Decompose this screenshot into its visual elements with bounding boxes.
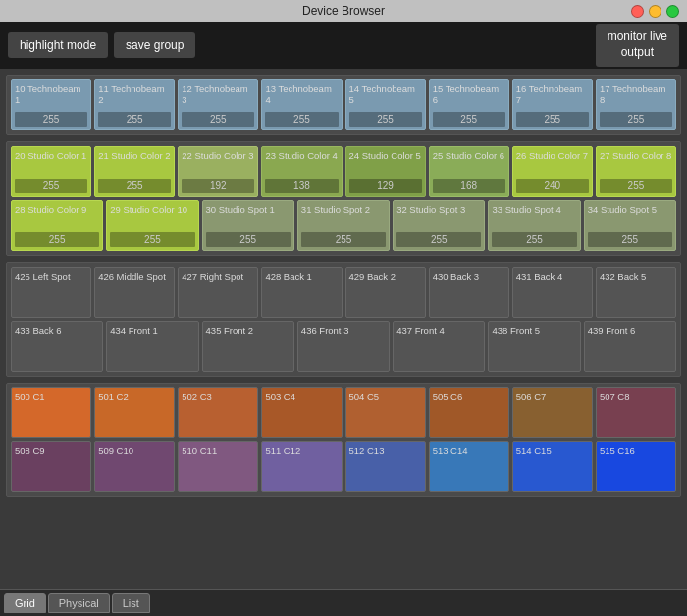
list-item[interactable]: 505 C6: [429, 387, 509, 438]
back-front-section: 425 Left Spot 426 Middle Spot 427 Right …: [6, 262, 681, 377]
list-item[interactable]: 508 C9: [11, 441, 91, 492]
close-button[interactable]: [631, 5, 644, 18]
list-item[interactable]: 437 Front 4: [393, 321, 485, 372]
list-item[interactable]: 428 Back 1: [261, 267, 342, 318]
list-item[interactable]: 29 Studio Color 10 255: [106, 200, 198, 251]
list-item[interactable]: 439 Front 6: [584, 321, 676, 372]
list-item[interactable]: 438 Front 5: [488, 321, 580, 372]
list-item[interactable]: 432 Back 5: [596, 267, 676, 318]
list-item[interactable]: 513 C14: [429, 441, 509, 492]
list-item[interactable]: 15 Technobeam 6 255: [429, 79, 509, 130]
list-item[interactable]: 27 Studio Color 8 255: [596, 146, 676, 197]
list-item[interactable]: 510 C11: [178, 441, 258, 492]
list-item[interactable]: 429 Back 2: [345, 267, 426, 318]
list-item[interactable]: 21 Studio Color 2 255: [94, 146, 175, 197]
list-item[interactable]: 514 C15: [512, 441, 593, 492]
list-item[interactable]: 506 C7: [512, 387, 593, 438]
list-item[interactable]: 23 Studio Color 4 138: [261, 146, 342, 197]
monitor-live-output-button[interactable]: monitor liveoutput: [596, 24, 679, 66]
minimize-button[interactable]: [649, 5, 661, 18]
technobeam-section: 10 Technobeam 1 255 11 Technobeam 2 255 …: [6, 75, 681, 135]
list-item[interactable]: 434 Front 1: [106, 321, 198, 372]
title-bar: Device Browser: [0, 0, 687, 22]
list-item[interactable]: 427 Right Spot: [178, 267, 258, 318]
window-title: Device Browser: [302, 4, 385, 18]
list-item[interactable]: 17 Technobeam 8 255: [596, 79, 676, 130]
list-item[interactable]: 431 Back 4: [512, 267, 593, 318]
list-item[interactable]: 435 Front 2: [202, 321, 294, 372]
list-item[interactable]: 504 C5: [345, 387, 426, 438]
list-item[interactable]: 22 Studio Color 3 192: [178, 146, 258, 197]
studio-color-row2: 28 Studio Color 9 255 29 Studio Color 10…: [11, 200, 676, 251]
list-item[interactable]: 433 Back 6: [11, 321, 103, 372]
highlight-mode-button[interactable]: highlight mode: [8, 32, 108, 58]
save-group-button[interactable]: save group: [114, 32, 195, 58]
list-item[interactable]: 430 Back 3: [429, 267, 509, 318]
window-controls: [631, 5, 679, 18]
tab-physical[interactable]: Physical: [48, 593, 110, 613]
bottom-tabs: Grid Physical List: [0, 589, 687, 616]
c-row2: 508 C9 509 C10 510 C11 511 C12 512 C13 5…: [11, 441, 676, 492]
list-item[interactable]: 500 C1: [11, 387, 91, 438]
list-item[interactable]: 502 C3: [178, 387, 258, 438]
list-item[interactable]: 436 Front 3: [297, 321, 390, 372]
list-item[interactable]: 512 C13: [345, 441, 426, 492]
main-content: 10 Technobeam 1 255 11 Technobeam 2 255 …: [0, 69, 687, 589]
list-item[interactable]: 426 Middle Spot: [94, 267, 175, 318]
list-item[interactable]: 13 Technobeam 4 255: [261, 79, 342, 130]
list-item[interactable]: 32 Studio Spot 3 255: [393, 200, 485, 251]
list-item[interactable]: 509 C10: [94, 441, 175, 492]
back-row2: 433 Back 6 434 Front 1 435 Front 2 436 F…: [11, 321, 676, 372]
c-row1: 500 C1 501 C2 502 C3 503 C4 504 C5 505 C…: [11, 387, 676, 438]
list-item[interactable]: 12 Technobeam 3 255: [178, 79, 258, 130]
studio-color-section: 20 Studio Color 1 255 21 Studio Color 2 …: [6, 141, 681, 256]
list-item[interactable]: 10 Technobeam 1 255: [11, 79, 91, 130]
tab-list[interactable]: List: [112, 593, 150, 613]
list-item[interactable]: 501 C2: [94, 387, 175, 438]
list-item[interactable]: 25 Studio Color 6 168: [429, 146, 509, 197]
back-row1: 425 Left Spot 426 Middle Spot 427 Right …: [11, 267, 676, 318]
list-item[interactable]: 515 C16: [596, 441, 676, 492]
list-item[interactable]: 20 Studio Color 1 255: [11, 146, 91, 197]
technobeam-grid: 10 Technobeam 1 255 11 Technobeam 2 255 …: [11, 79, 676, 130]
list-item[interactable]: 425 Left Spot: [11, 267, 91, 318]
c-series-section: 500 C1 501 C2 502 C3 503 C4 504 C5 505 C…: [6, 383, 681, 497]
maximize-button[interactable]: [666, 5, 679, 18]
list-item[interactable]: 511 C12: [261, 441, 342, 492]
list-item[interactable]: 16 Technobeam 7 255: [512, 79, 593, 130]
list-item[interactable]: 24 Studio Color 5 129: [345, 146, 426, 197]
tab-grid[interactable]: Grid: [4, 593, 46, 613]
list-item[interactable]: 30 Studio Spot 1 255: [202, 200, 294, 251]
list-item[interactable]: 28 Studio Color 9 255: [11, 200, 103, 251]
studio-color-row1: 20 Studio Color 1 255 21 Studio Color 2 …: [11, 146, 676, 197]
list-item[interactable]: 14 Technobeam 5 255: [345, 79, 426, 130]
toolbar: highlight mode save group monitor liveou…: [0, 22, 687, 69]
list-item[interactable]: 33 Studio Spot 4 255: [488, 200, 580, 251]
list-item[interactable]: 11 Technobeam 2 255: [94, 79, 175, 130]
list-item[interactable]: 34 Studio Spot 5 255: [584, 200, 676, 251]
list-item[interactable]: 31 Studio Spot 2 255: [297, 200, 390, 251]
list-item[interactable]: 26 Studio Color 7 240: [512, 146, 593, 197]
list-item[interactable]: 503 C4: [261, 387, 342, 438]
list-item[interactable]: 507 C8: [596, 387, 676, 438]
